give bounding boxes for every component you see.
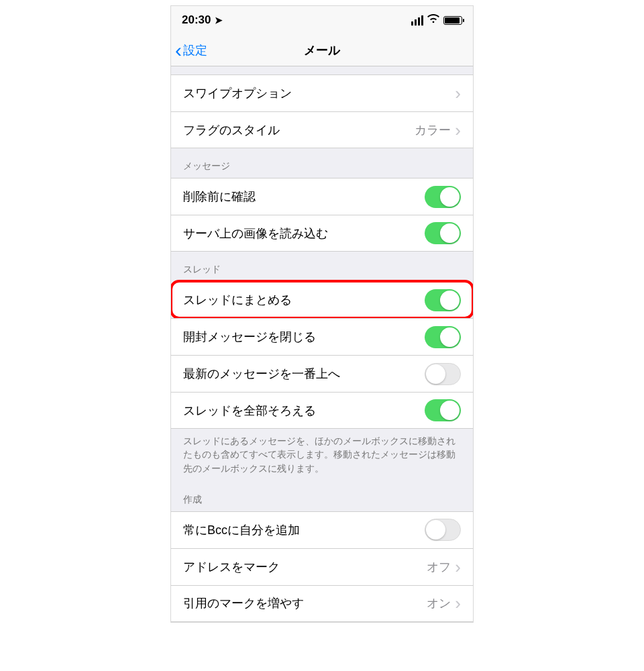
status-bar-right [411, 14, 462, 26]
row-label: 最新のメッセージを一番上へ [183, 366, 425, 382]
wifi-icon [427, 14, 439, 26]
status-bar: 20:30 ➤ [171, 6, 473, 34]
section-header-compose: 作成 [171, 482, 473, 511]
page-title: メール [171, 42, 473, 58]
chevron-right-icon: › [455, 121, 461, 139]
row-label: 削除前に確認 [183, 189, 425, 205]
chevron-left-icon: ‹ [175, 40, 182, 60]
toggle-collapse-read[interactable] [425, 326, 461, 348]
row-complete-threads: スレッドを全部そろえる [171, 392, 473, 429]
row-label: サーバ上の画像を読み込む [183, 225, 425, 242]
row-mark-addresses[interactable]: アドレスをマーク オフ › [171, 548, 473, 585]
group-compose: 常にBccに自分を追加 アドレスをマーク オフ › 引用のマークを増やす オン … [171, 511, 473, 622]
row-increase-quote-level[interactable]: 引用のマークを増やす オン › [171, 585, 473, 622]
toggle-load-remote-images[interactable] [425, 222, 461, 244]
row-flag-style[interactable]: フラグのスタイル カラー › [171, 111, 473, 148]
row-label: スレッドを全部そろえる [183, 403, 425, 419]
section-header-message: メッセージ [171, 148, 473, 178]
row-label: スワイプオプション [183, 85, 455, 101]
group-message: 削除前に確認 サーバ上の画像を読み込む [171, 178, 473, 252]
group-general: スワイプオプション › フラグのスタイル カラー › [171, 74, 473, 148]
chevron-right-icon: › [455, 595, 461, 612]
phone-frame: 20:30 ➤ ‹ 設定 メール スワイプオプション › フラグのスタイル カラ… [170, 5, 474, 623]
row-detail: オフ [427, 559, 451, 575]
battery-icon [443, 16, 462, 25]
toggle-ask-before-delete[interactable] [425, 186, 461, 208]
toggle-complete-threads[interactable] [425, 399, 461, 421]
nav-bar: ‹ 設定 メール [171, 34, 473, 66]
group-thread: スレッドにまとめる 開封メッセージを閉じる 最新のメッセージを一番上へ スレッド… [171, 281, 473, 429]
row-detail: オン [427, 595, 451, 611]
row-label: 常にBccに自分を追加 [183, 522, 425, 538]
chevron-right-icon: › [455, 558, 461, 576]
toggle-always-bcc-myself[interactable] [425, 519, 461, 541]
toggle-organize-by-thread[interactable] [425, 289, 461, 311]
row-label: 引用のマークを増やす [183, 595, 427, 611]
row-label: フラグのスタイル [183, 122, 415, 138]
toggle-recent-on-top[interactable] [425, 363, 461, 385]
location-icon: ➤ [215, 15, 223, 25]
row-ask-before-delete: 削除前に確認 [171, 178, 473, 215]
cellular-signal-icon [411, 15, 423, 25]
status-bar-left: 20:30 ➤ [182, 13, 223, 27]
row-recent-on-top: 最新のメッセージを一番上へ [171, 355, 473, 392]
row-collapse-read: 開封メッセージを閉じる [171, 318, 473, 355]
row-swipe-options[interactable]: スワイプオプション › [171, 74, 473, 111]
status-time: 20:30 [182, 13, 211, 27]
row-load-remote-images: サーバ上の画像を読み込む [171, 215, 473, 252]
section-footer-thread: スレッドにあるメッセージを、ほかのメールボックスに移動されたものも含めてすべて表… [171, 429, 473, 482]
row-detail: カラー [415, 122, 451, 138]
section-header-thread: スレッド [171, 252, 473, 281]
row-label: スレッドにまとめる [183, 292, 425, 308]
row-always-bcc-myself: 常にBccに自分を追加 [171, 511, 473, 548]
row-label: 開封メッセージを閉じる [183, 329, 425, 345]
row-organize-by-thread: スレッドにまとめる [171, 281, 473, 318]
back-label: 設定 [183, 42, 207, 58]
chevron-right-icon: › [455, 85, 461, 102]
row-label: アドレスをマーク [183, 559, 427, 575]
back-button[interactable]: ‹ 設定 [175, 40, 207, 60]
